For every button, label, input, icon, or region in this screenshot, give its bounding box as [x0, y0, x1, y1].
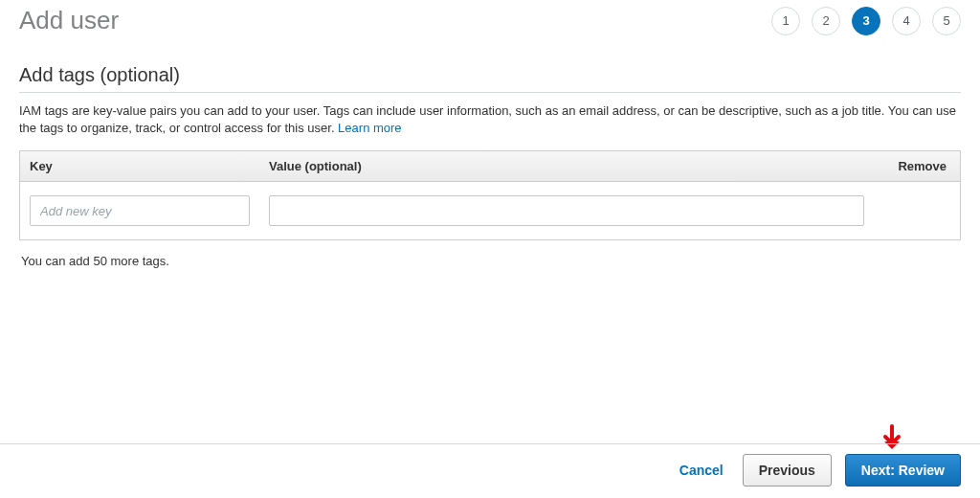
tag-value-input[interactable]: [269, 195, 864, 226]
next-review-button[interactable]: Next: Review: [845, 454, 961, 487]
col-header-value: Value (optional): [259, 151, 874, 181]
wizard-step-5[interactable]: 5: [932, 7, 961, 35]
tags-table: Key Value (optional) Remove: [19, 150, 961, 240]
previous-button[interactable]: Previous: [743, 454, 832, 487]
section-description-text: IAM tags are key-value pairs you can add…: [19, 103, 956, 135]
wizard-step-4[interactable]: 4: [892, 7, 921, 35]
learn-more-link[interactable]: Learn more: [338, 121, 401, 135]
tags-table-header: Key Value (optional) Remove: [20, 151, 960, 182]
col-header-key: Key: [20, 151, 259, 181]
tag-key-input[interactable]: [30, 195, 250, 226]
page-title: Add user: [19, 6, 771, 35]
wizard-steps: 1 2 3 4 5: [771, 7, 961, 35]
tags-table-row: [20, 182, 960, 239]
section-description: IAM tags are key-value pairs you can add…: [19, 102, 961, 137]
col-header-remove: Remove: [874, 151, 960, 181]
cancel-button[interactable]: Cancel: [674, 455, 729, 486]
section-title: Add tags (optional): [19, 64, 961, 93]
wizard-step-2[interactable]: 2: [812, 7, 840, 35]
wizard-footer: Cancel Previous Next: Review: [0, 443, 980, 498]
tags-remaining-hint: You can add 50 more tags.: [19, 240, 961, 282]
wizard-step-1[interactable]: 1: [771, 7, 800, 35]
wizard-step-3[interactable]: 3: [852, 7, 880, 35]
tag-remove-cell: [874, 203, 960, 218]
